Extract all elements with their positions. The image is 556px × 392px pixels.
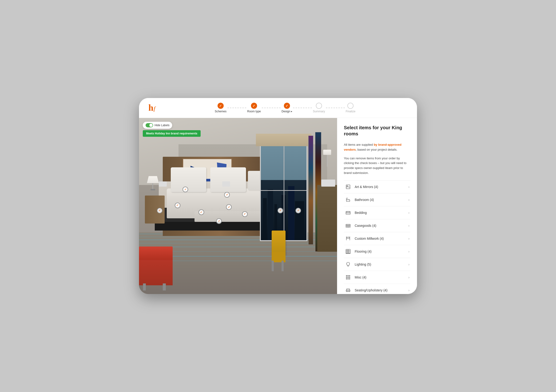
misc-icon: [345, 274, 351, 281]
bathroom-chevron[interactable]: ›: [408, 198, 409, 202]
design-dropdown-icon: ▾: [291, 110, 292, 113]
seating-icon: [345, 287, 351, 294]
main-content: Hide Labels Meets Holiday Inn brand requ…: [139, 118, 417, 294]
flooring-chevron[interactable]: ›: [408, 249, 409, 253]
step-design-label: Design: [282, 110, 290, 113]
bathroom-icon: [345, 196, 351, 203]
svg-point-16: [348, 275, 348, 276]
misc-label: Misc (4): [355, 275, 405, 279]
hotspot-lighting[interactable]: [224, 192, 230, 198]
connector-2: [262, 108, 281, 108]
bedding-label: Bedding: [355, 211, 405, 215]
step-finalize-circle: [348, 103, 354, 109]
hide-labels-toggle[interactable]: Hide Labels: [143, 122, 172, 129]
category-bedding[interactable]: Bedding ›: [344, 206, 410, 219]
svg-point-17: [349, 275, 350, 276]
step-design[interactable]: ✓ Design ▾: [282, 103, 292, 113]
hotspot-nightstand[interactable]: [175, 203, 180, 208]
svg-rect-4: [347, 200, 350, 201]
hotspot-flooring[interactable]: [295, 208, 301, 213]
brand-badge: Meets Holiday Inn brand requirements: [143, 130, 201, 137]
category-misc[interactable]: Misc (4) ›: [344, 271, 410, 284]
svg-point-21: [346, 278, 347, 279]
lighting-label: Lighting (5): [355, 263, 405, 266]
step-schemes[interactable]: ✓ Schemes: [215, 103, 226, 113]
svg-point-23: [349, 278, 350, 279]
step-finalize[interactable]: Finalize: [346, 103, 355, 113]
lighting-icon: [345, 261, 351, 268]
casegoods-label: Casegoods (4): [355, 224, 405, 227]
right-panel: Select items for your King rooms All ite…: [337, 118, 417, 294]
logo: h f: [148, 102, 162, 113]
category-casegoods[interactable]: Casegoods (4) ›: [344, 219, 410, 232]
flooring-label: Flooring (4): [355, 249, 405, 253]
category-seating[interactable]: Seating/Upholstery (4) ›: [344, 284, 410, 294]
hotspot-bedding[interactable]: [242, 211, 248, 217]
category-lighting[interactable]: Lighting (5) ›: [344, 258, 410, 271]
svg-point-22: [348, 278, 348, 279]
hide-labels-text: Hide Labels: [154, 124, 169, 127]
svg-rect-9: [346, 249, 350, 254]
removal-note: You can remove items from your order by …: [344, 156, 410, 176]
step-schemes-circle: ✓: [217, 103, 224, 109]
intro-text: All items are supplied by brand-approved…: [344, 143, 410, 152]
category-flooring[interactable]: Flooring (4) ›: [344, 245, 410, 258]
step-room-type[interactable]: ✓ Room type: [247, 103, 261, 113]
svg-point-15: [346, 275, 347, 276]
svg-point-18: [346, 277, 347, 278]
step-summary-circle: [316, 103, 322, 109]
category-list: Art & Mirrors (4) › Bathroom (4) ›: [344, 180, 410, 294]
progress-nav: ✓ Schemes ✓ Room type ✓ Design: [162, 103, 408, 113]
toggle-switch[interactable]: [146, 123, 153, 127]
millwork-chevron[interactable]: ›: [408, 237, 409, 241]
step-schemes-label: Schemes: [215, 110, 226, 113]
lighting-chevron[interactable]: ›: [408, 263, 409, 266]
step-summary-label: Summary: [313, 110, 325, 113]
hotspot-lamp[interactable]: [157, 208, 162, 213]
svg-text:h: h: [148, 103, 153, 113]
intro-text-part2: , based on your project details.: [356, 148, 397, 151]
room-background: [139, 118, 337, 294]
step-design-circle: ✓: [284, 103, 290, 109]
svg-point-20: [349, 277, 350, 278]
bedding-chevron[interactable]: ›: [408, 211, 409, 215]
millwork-label: Custom Millwork (4): [355, 237, 405, 241]
svg-point-3: [347, 186, 348, 186]
art-mirrors-label: Art & Mirrors (4): [355, 185, 405, 189]
category-bathroom[interactable]: Bathroom (4) ›: [344, 193, 410, 206]
step-room-type-label: Room type: [247, 110, 261, 113]
header: h f ✓ Schemes ✓ Room type: [139, 98, 417, 118]
svg-rect-7: [347, 226, 348, 226]
connector-1: [227, 108, 246, 108]
connector-3: [293, 108, 312, 108]
seating-label: Seating/Upholstery (4): [355, 288, 405, 292]
svg-rect-5: [346, 212, 350, 214]
category-millwork[interactable]: Custom Millwork (4) ›: [344, 232, 410, 245]
bedding-icon: [345, 209, 351, 216]
bathroom-label: Bathroom (4): [355, 198, 405, 202]
flooring-icon: [345, 248, 351, 255]
casegoods-chevron[interactable]: ›: [408, 224, 409, 227]
seating-chevron[interactable]: ›: [408, 288, 409, 292]
misc-chevron[interactable]: ›: [408, 275, 409, 279]
millwork-icon: [345, 235, 351, 242]
step-finalize-label: Finalize: [346, 110, 355, 113]
toggle-knob: [149, 124, 153, 127]
room-image-panel: Hide Labels Meets Holiday Inn brand requ…: [139, 118, 337, 294]
svg-point-19: [348, 277, 348, 278]
connector-4: [326, 108, 345, 108]
step-room-type-circle: ✓: [251, 103, 257, 109]
art-mirrors-chevron[interactable]: ›: [408, 185, 409, 189]
art-mirrors-icon: [345, 184, 351, 190]
intro-text-part1: All items are supplied: [344, 143, 374, 146]
svg-text:f: f: [154, 105, 156, 112]
casegoods-icon: [345, 222, 351, 229]
panel-title: Select items for your King rooms: [344, 125, 410, 137]
hotspot-pillow[interactable]: [199, 209, 204, 215]
svg-rect-8: [349, 226, 350, 226]
category-art-mirrors[interactable]: Art & Mirrors (4) ›: [344, 180, 410, 193]
step-summary[interactable]: Summary: [313, 103, 325, 113]
